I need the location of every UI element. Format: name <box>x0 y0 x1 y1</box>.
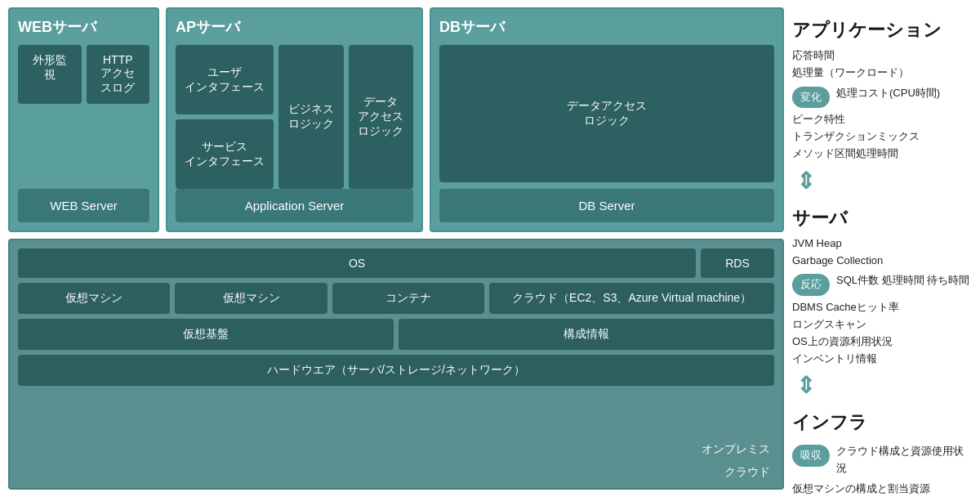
infra-lines: 吸収 クラウド構成と資源使用状況 仮想マシンの構成と割当資源 クラスタ資源と物理… <box>792 440 972 497</box>
hw-box: ハードウエア（サーバ/ストレージ/ネットワーク） <box>18 355 774 386</box>
web-gaike-box: 外形監視 <box>18 45 82 104</box>
onpremis-label: オンプレミス <box>702 442 770 457</box>
henka-badge: 変化 <box>792 87 830 109</box>
rds-box: RDS <box>701 248 774 278</box>
container-box: コンテナ <box>332 283 484 314</box>
db-server-footer: DB Server <box>439 189 774 222</box>
main-container: WEBサーバ 外形監視 HTTPアクセスログ WEB Server APサーバ … <box>8 7 972 490</box>
web-server-box: WEBサーバ 外形監視 HTTPアクセスログ WEB Server <box>8 7 159 232</box>
hanno-badge: 反応 <box>792 274 830 296</box>
web-http-box: HTTPアクセスログ <box>87 45 150 104</box>
app-section-title: アプリケーション <box>792 18 972 43</box>
cloud-ec2-box: クラウド（EC2、S3、Azure Virtual machine） <box>489 283 774 314</box>
left-panel: WEBサーバ 外形監視 HTTPアクセスログ WEB Server APサーバ … <box>8 7 784 490</box>
server-lines: JVM Heap Garbage Collection 反応 SQL件数 処理時… <box>792 235 972 368</box>
vm1-box: 仮想マシン <box>18 283 170 314</box>
henka-text: 処理コスト(CPU時間) <box>836 85 940 102</box>
row-hw: ハードウエア（サーバ/ストレージ/ネットワーク） <box>18 355 774 386</box>
bottom-section: OS RDS 仮想マシン 仮想マシン コンテナ クラウド（EC2、S3、Azur… <box>8 239 784 490</box>
web-inner: 外形監視 HTTPアクセスログ <box>18 45 149 104</box>
infra-section-title: インフラ <box>792 410 972 435</box>
ap-inner: ユーザインタフェース サービスインタフェース ビジネスロジック データアクセスロ… <box>176 45 413 189</box>
web-server-title: WEBサーバ <box>18 17 149 37</box>
kyushu-badge: 吸収 <box>792 445 830 467</box>
row-vm-cloud: 仮想マシン 仮想マシン コンテナ クラウド（EC2、S3、Azure Virtu… <box>18 283 774 314</box>
db-server-box: DBサーバ データアクセスロジック DB Server <box>430 7 784 232</box>
ap-user-if: ユーザインタフェース <box>176 45 274 114</box>
right-panel: アプリケーション 応答時間 処理量（ワークロード） 変化 処理コスト(CPU時間… <box>792 7 972 490</box>
web-server-footer: WEB Server <box>18 189 149 222</box>
ap-biz-logic: ビジネスロジック <box>278 45 344 189</box>
arrow1: ⇕ <box>792 168 972 195</box>
os-box: OS <box>18 248 696 278</box>
cloud-label: クラウド <box>724 465 770 480</box>
kousei-box: 構成情報 <box>399 319 774 350</box>
kiban-box: 仮想基盤 <box>18 319 394 350</box>
row-kiban-kousei: 仮想基盤 構成情報 <box>18 319 774 350</box>
app-lines: 応答時間 処理量（ワークロード） 変化 処理コスト(CPU時間) ピーク特性 ト… <box>792 47 972 163</box>
hanno-text: SQL件数 処理時間 待ち時間 <box>836 272 969 289</box>
badge-row-kyushu: 吸収 クラウド構成と資源使用状況 <box>792 443 972 477</box>
top-section: WEBサーバ 外形監視 HTTPアクセスログ WEB Server APサーバ … <box>8 7 784 232</box>
badge-row-hanno: 反応 SQL件数 処理時間 待ち時間 <box>792 272 972 296</box>
ap-left: ユーザインタフェース サービスインタフェース <box>176 45 274 189</box>
server-section-title: サーバ <box>792 206 972 231</box>
ap-server-title: APサーバ <box>176 17 413 37</box>
ap-right-row: ビジネスロジック データアクセスロジック <box>278 45 413 189</box>
double-arrow-2: ⇕ <box>796 372 815 399</box>
ap-data-logic: データアクセスロジック <box>349 45 414 189</box>
vm2-box: 仮想マシン <box>175 283 327 314</box>
db-data-access: データアクセスロジック <box>439 45 774 182</box>
kyushu-text: クラウド構成と資源使用状況 <box>836 443 972 477</box>
row-os-rds: OS RDS <box>18 248 774 278</box>
ap-server-footer: Application Server <box>176 189 413 222</box>
ap-service-if: サービスインタフェース <box>176 119 274 189</box>
arrow2: ⇕ <box>792 372 972 399</box>
ap-right: ビジネスロジック データアクセスロジック <box>278 45 413 189</box>
db-server-title: DBサーバ <box>439 17 774 37</box>
double-arrow-1: ⇕ <box>796 168 815 195</box>
badge-row-henka: 変化 処理コスト(CPU時間) <box>792 85 972 109</box>
ap-server-box: APサーバ ユーザインタフェース サービスインタフェース ビジネスロジック デー… <box>166 7 423 232</box>
